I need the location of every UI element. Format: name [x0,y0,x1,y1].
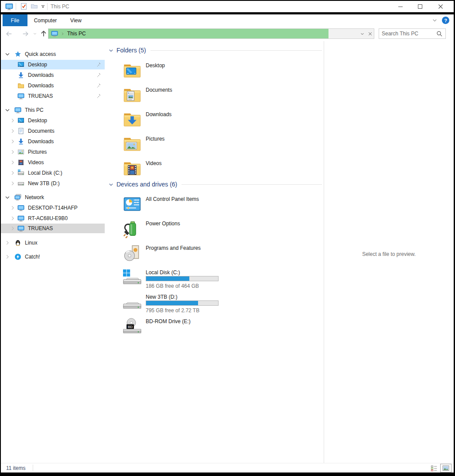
sidebar-item-catch[interactable]: Catch! [1,252,105,262]
large-icons-view-button[interactable] [440,464,452,473]
stop-refresh-button[interactable] [366,29,374,38]
tile-label: All Control Panel Items [146,196,199,202]
chev-right-light-icon [10,138,16,145]
back-button[interactable] [3,28,14,39]
pin-icon [96,72,101,79]
control-panel-icon [123,195,142,214]
file-list: Folders (5)DesktopDocumentsDownloadsPict… [106,41,324,463]
sidebar-item-truenas[interactable]: TRUENAS [1,91,105,101]
sidebar-item-label: This PC [25,107,44,113]
tile-documents[interactable]: Documents [123,85,267,110]
search-input[interactable] [382,31,434,37]
ribbon-right-controls: ? [431,14,449,26]
collapse-ribbon-icon[interactable] [431,17,438,24]
chev-right-light-icon [4,240,10,246]
address-progress [48,29,328,38]
new-folder-icon[interactable] [31,3,38,10]
sidebar-item-desktop-t14hafp[interactable]: DESKTOP-T14HAFP [1,203,105,213]
navigation-toolbar: This PC [1,26,454,41]
address-bar[interactable]: This PC [48,28,374,39]
tile-videos[interactable]: Videos [123,159,267,183]
videos-icon [17,159,24,166]
sidebar-item-linux[interactable]: Linux [1,238,105,248]
sidebar-item-network[interactable]: Network [1,193,105,202]
tile-power-options[interactable]: Power Options [123,219,267,243]
sidebar-item-label: DESKTOP-T14HAFP [28,205,78,211]
forward-icon [22,30,29,38]
group-divider [151,50,322,51]
preview-pane: Select a file to preview. [324,41,454,463]
tile-desktop[interactable]: Desktop [123,61,267,85]
tile-pictures[interactable]: Pictures [123,134,267,159]
address-dropdown-button[interactable] [358,29,366,38]
tile-local-disk-c[interactable]: Local Disk (C:)186 GB free of 464 GB [123,268,267,292]
chev-down-dark-icon [4,51,10,57]
folder-downloads-icon [123,110,142,129]
programs-features-icon [123,244,142,263]
sidebar-item-pictures[interactable]: Pictures [1,147,105,157]
up-button[interactable] [38,28,49,39]
pictures-icon [17,148,24,155]
sidebar-item-new-3tb-d[interactable]: New 3TB (D:) [1,179,105,188]
sidebar-item-desktop[interactable]: Desktop [1,116,105,125]
this-pc-icon [51,30,58,37]
chev-right-light-icon [10,128,16,134]
svg-text:BD: BD [128,325,133,329]
tile-all-control-panel-items[interactable]: All Control Panel Items [123,194,267,219]
group-header-devices-and-drives-6[interactable]: Devices and drives (6) [108,180,322,188]
downloads-icon [17,72,24,79]
quick-access-star-icon [14,51,21,58]
sidebar-item-documents[interactable]: Documents [1,126,105,136]
tab-view[interactable]: View [63,14,89,26]
back-icon [5,30,13,38]
group-header-folders-5[interactable]: Folders (5) [108,46,322,54]
tile-label: New 3TB (D:) [146,294,178,300]
ribbon-tabs: File Computer View [1,14,454,26]
help-button[interactable]: ? [442,17,449,24]
tile-programs-and-features[interactable]: Programs and Features [123,243,267,268]
recent-locations-button[interactable] [31,28,38,39]
downloads-icon [17,138,24,145]
desktop-icon [17,61,24,68]
chevron-down-icon [108,48,114,53]
minimize-button[interactable] [394,1,407,12]
pin-icon [96,93,101,100]
sidebar-item-downloads[interactable]: Downloads [1,70,105,80]
sidebar-item-rt-ac68u-e9b0[interactable]: RT-AC68U-E9B0 [1,214,105,223]
sidebar-item-downloads[interactable]: Downloads [1,81,105,90]
sidebar-item-label: Pictures [28,149,47,155]
pin-icon [96,93,101,99]
chev-right-light-icon [10,117,16,124]
disk-usage-fill [146,301,198,305]
sidebar-item-downloads[interactable]: Downloads [1,137,105,146]
pin-icon [96,83,101,88]
forward-button[interactable] [20,28,31,39]
search-box[interactable] [379,28,446,39]
maximize-button[interactable] [414,1,427,12]
breadcrumb-item-this-pc[interactable]: This PC [67,31,86,37]
tile-label: Power Options [146,221,180,227]
sidebar-item-label: Network [25,194,44,200]
chev-right-light-icon [10,225,16,231]
tab-computer[interactable]: Computer [27,14,63,26]
folder-videos-icon [123,159,142,178]
tile-bd-rom-drive-e[interactable]: BDBD-ROM Drive (E:) [123,317,267,341]
drive-bd-icon: BD [123,317,142,336]
sidebar-item-desktop[interactable]: Desktop [1,60,105,69]
sidebar-item-truenas[interactable]: TRUENAS [1,224,105,233]
sidebar-item-local-disk-c[interactable]: Local Disk (C:) [1,168,105,178]
tile-downloads[interactable]: Downloads [123,110,267,134]
customize-quick-access-icon[interactable] [40,3,46,9]
sidebar-item-quick-access[interactable]: Quick access [1,49,105,59]
tab-file[interactable]: File [3,14,27,26]
sidebar-item-this-pc[interactable]: This PC [1,105,105,115]
pin-icon [96,72,101,78]
monitor-icon [17,204,24,211]
tile-new-3tb-d[interactable]: New 3TB (D:)795 GB free of 2.72 TB [123,292,267,317]
properties-check-icon[interactable] [20,3,27,10]
close-button[interactable] [434,1,447,12]
sidebar-item-label: New 3TB (D:) [28,180,60,186]
details-view-button[interactable] [428,464,440,473]
sidebar-item-videos[interactable]: Videos [1,158,105,167]
drive-icon [123,293,142,312]
